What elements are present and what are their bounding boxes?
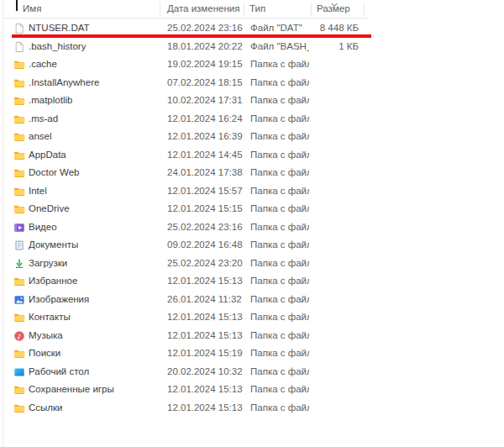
- folder-icon: [13, 312, 25, 323]
- file-type: Папка с файлами: [250, 55, 309, 74]
- file-date-modified: 12.01.2024 15:13: [167, 399, 243, 418]
- file-name: Загрузки: [29, 255, 67, 273]
- file-name: Doctor Web: [29, 164, 80, 182]
- column-header-type[interactable]: Тип: [249, 3, 265, 13]
- file-name: AppData: [29, 146, 66, 165]
- file-row[interactable]: Музыка12.01.2024 15:13Папка с файлами: [0, 327, 370, 345]
- folder-icon: [13, 131, 25, 143]
- file-name: .matplotlib: [29, 92, 72, 110]
- file-name: .ms-ad: [29, 110, 58, 129]
- file-name: Контакты: [29, 308, 71, 327]
- folder-icon: [13, 150, 25, 161]
- file-size: 1 КБ: [286, 38, 359, 56]
- file-type: Папка с файлами: [250, 363, 309, 381]
- file-row[interactable]: Doctor Web24.01.2024 17:38Папка с файлам…: [0, 164, 370, 182]
- file-row[interactable]: .ms-ad12.01.2024 16:24Папка с файлами: [0, 110, 370, 129]
- blank-file-icon: [13, 41, 25, 53]
- file-date-modified: 12.01.2024 15:13: [167, 381, 243, 399]
- file-row[interactable]: AppData12.01.2024 14:45Папка с файлами: [0, 146, 370, 165]
- file-name: .cache: [29, 55, 57, 74]
- documents-icon: [13, 239, 25, 251]
- file-type: Папка с файлами: [250, 291, 309, 309]
- folder-icon: [13, 113, 25, 125]
- folder-icon: [13, 203, 25, 215]
- file-type: Папка с файлами: [250, 327, 309, 345]
- file-type: Папка с файлами: [250, 164, 309, 182]
- folder-icon: [13, 384, 25, 396]
- file-row[interactable]: ansel12.01.2024 16:39Папка с файлами: [0, 128, 370, 146]
- file-type: Папка с файлами: [250, 92, 309, 110]
- file-name: .InstallAnywhere: [29, 74, 99, 92]
- downloads-icon: [13, 258, 25, 270]
- file-name: Рабочий стол: [29, 363, 89, 381]
- file-date-modified: 12.01.2024 16:24: [167, 110, 243, 129]
- folder-icon: [13, 186, 25, 197]
- file-date-modified: 12.01.2024 15:13: [167, 272, 243, 291]
- file-type: Папка с файлами: [250, 74, 309, 92]
- file-row[interactable]: Документы09.02.2024 16:48Папка с файлами: [0, 236, 370, 255]
- file-row[interactable]: Intel12.01.2024 15:57Папка с файлами: [0, 182, 370, 201]
- header-divider: [3, 18, 367, 18]
- file-row[interactable]: Загрузки25.02.2024 23:20Папка с файлами: [0, 255, 370, 273]
- file-type: Папка с файлами: [250, 308, 309, 327]
- file-name: ansel: [29, 128, 52, 146]
- file-date-modified: 12.01.2024 15:13: [167, 308, 243, 327]
- file-type: Папка с файлами: [250, 272, 309, 291]
- file-row[interactable]: OneDrive12.01.2024 15:15Папка с файлами: [0, 200, 370, 218]
- file-row[interactable]: .cache19.02.2024 19:15Папка с файлами: [0, 55, 370, 74]
- file-type: Папка с файлами: [250, 255, 309, 273]
- file-row[interactable]: Избранное12.01.2024 15:13Папка с файлами: [0, 272, 370, 291]
- pictures-icon: [13, 294, 25, 306]
- file-type: Папка с файлами: [250, 381, 309, 399]
- file-date-modified: 25.02.2024 23:20: [167, 255, 243, 273]
- folder-icon: [13, 59, 25, 71]
- folder-icon: [13, 348, 25, 360]
- column-header-name[interactable]: Имя: [23, 3, 41, 13]
- column-separator[interactable]: [311, 3, 312, 16]
- file-type: Папка с файлами: [250, 182, 309, 201]
- file-type: Папка с файлами: [250, 344, 309, 363]
- column-separator[interactable]: [244, 3, 244, 16]
- column-header-date-modified[interactable]: Дата изменения: [167, 3, 239, 13]
- file-row[interactable]: .matplotlib10.02.2024 17:31Папка с файла…: [0, 92, 370, 110]
- folder-icon: [13, 95, 25, 107]
- file-date-modified: 12.01.2024 15:15: [167, 200, 243, 218]
- file-date-modified: 07.02.2024 18:15: [167, 74, 243, 92]
- file-date-modified: 12.01.2024 14:45: [167, 146, 243, 165]
- file-name: Избранное: [29, 272, 77, 291]
- file-date-modified: 25.02.2024 23:16: [167, 218, 243, 237]
- file-name: Музыка: [29, 327, 63, 345]
- file-row[interactable]: Поиски12.01.2024 15:19Папка с файлами: [0, 344, 370, 363]
- music-icon: [13, 330, 25, 342]
- file-name: Изображения: [29, 291, 89, 309]
- file-date-modified: 12.01.2024 15:57: [167, 182, 243, 201]
- file-row[interactable]: Ссылки12.01.2024 15:13Папка с файлами: [0, 399, 370, 418]
- desktop-icon: [13, 366, 25, 378]
- folder-icon: [13, 276, 25, 287]
- file-name: Видео: [29, 218, 57, 237]
- file-row[interactable]: Изображения26.01.2024 11:32Папка с файла…: [0, 291, 370, 309]
- file-name: Поиски: [29, 344, 60, 363]
- file-type: Папка с файлами: [250, 200, 309, 218]
- sort-chevron-down-icon[interactable]: [330, 0, 339, 4]
- file-row[interactable]: .InstallAnywhere07.02.2024 18:15Папка с …: [0, 74, 370, 92]
- file-name: Ссылки: [29, 399, 63, 418]
- file-type: Папка с файлами: [250, 146, 309, 165]
- column-header-bar: Имя Дата изменения Тип Размер: [0, 0, 504, 18]
- file-type: Папка с файлами: [250, 399, 309, 418]
- file-type: Папка с файлами: [250, 110, 309, 129]
- file-row[interactable]: .bash_history18.01.2024 20:22Файл "BASH_…: [0, 38, 370, 56]
- file-name: Intel: [29, 182, 47, 201]
- file-date-modified: 20.02.2024 10:32: [167, 363, 243, 381]
- column-separator[interactable]: [160, 3, 160, 16]
- file-row[interactable]: Сохраненные игры12.01.2024 15:13Папка с …: [0, 381, 370, 399]
- file-date-modified: 12.01.2024 16:39: [167, 128, 243, 146]
- file-type: Папка с файлами: [250, 218, 309, 237]
- file-date-modified: 09.02.2024 16:48: [167, 236, 243, 255]
- column-separator[interactable]: [364, 3, 365, 16]
- blank-file-icon: [13, 23, 25, 34]
- file-row[interactable]: Рабочий стол20.02.2024 10:32Папка с файл…: [0, 363, 370, 381]
- file-row[interactable]: Видео25.02.2024 23:16Папка с файлами: [0, 218, 370, 237]
- file-date-modified: 18.01.2024 20:22: [167, 38, 243, 56]
- file-row[interactable]: Контакты12.01.2024 15:13Папка с файлами: [0, 308, 370, 327]
